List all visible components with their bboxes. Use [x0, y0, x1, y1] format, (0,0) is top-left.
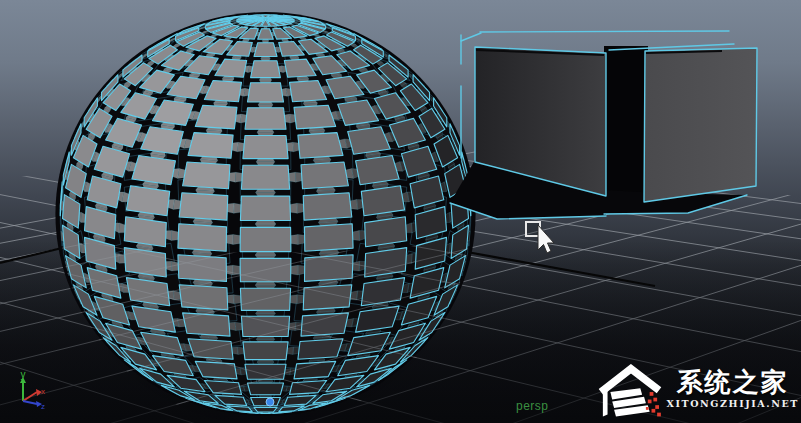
svg-text:y: y — [21, 369, 26, 380]
poly-cube-object[interactable] — [450, 31, 757, 219]
viewport-3d[interactable]: yxz persp 系统之家 XITONGZHIJIA.NET — [0, 0, 801, 423]
sphere-pivot-dot — [266, 398, 274, 406]
house-wall — [603, 388, 608, 416]
svg-text:x: x — [41, 387, 45, 396]
watermark: 系统之家 XITONGZHIJIA.NET — [596, 364, 799, 422]
accent-pixels — [646, 392, 661, 416]
poly-sphere-object[interactable] — [55, 12, 475, 416]
house-roof — [601, 369, 659, 392]
watermark-title: 系统之家 — [677, 368, 789, 397]
svg-text:z: z — [41, 402, 45, 411]
camera-label: persp — [516, 400, 549, 412]
watermark-house-icon — [596, 364, 664, 422]
scene-canvas[interactable]: yxz — [0, 0, 801, 423]
watermark-domain: XITONGZHIJIA.NET — [666, 398, 799, 409]
